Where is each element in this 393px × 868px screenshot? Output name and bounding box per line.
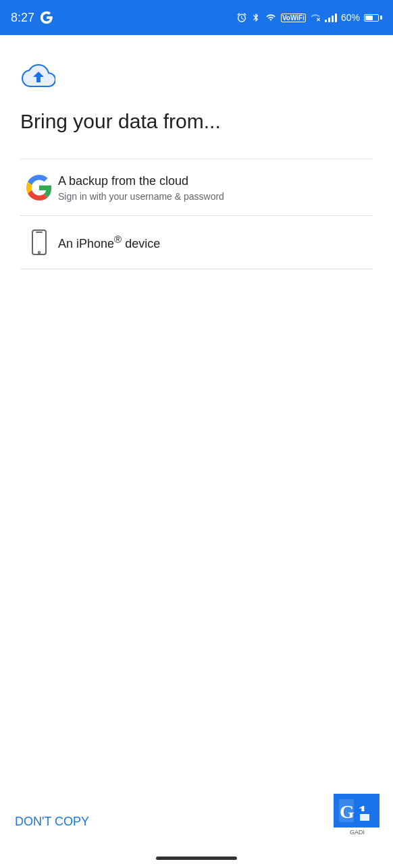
battery-icon — [364, 14, 382, 22]
svg-text:✕: ✕ — [316, 17, 321, 22]
svg-point-3 — [38, 252, 41, 254]
cloud-upload-icon — [20, 62, 55, 89]
iphone-device-text: An iPhone® device — [58, 232, 373, 252]
signal-icon: ✕ — [310, 13, 321, 22]
wifi-icon — [265, 13, 277, 22]
iphone-icon — [29, 229, 49, 255]
vowifi-badge: VoWiFi — [281, 13, 306, 22]
watermark-logo: G 1 — [336, 796, 377, 825]
google-g-icon-container — [20, 175, 58, 200]
status-bar-right: VoWiFi ✕ 60% — [236, 12, 382, 23]
signal-bars — [325, 13, 337, 22]
cloud-backup-title: A backup from the cloud — [58, 173, 373, 190]
page-title: Bring your data from... — [20, 108, 373, 134]
svg-rect-1 — [32, 230, 46, 254]
cloud-icon-container — [20, 62, 373, 92]
dont-copy-text: DON'T COPY — [15, 815, 89, 829]
google-g-icon — [26, 175, 52, 200]
status-time: 8:27 — [11, 11, 34, 25]
bluetooth-icon — [251, 12, 261, 23]
cloud-backup-item[interactable]: A backup from the cloud Sign in with you… — [20, 159, 373, 215]
signal-bar-4 — [335, 13, 337, 22]
cloud-backup-subtitle: Sign in with your username & password — [58, 191, 373, 202]
signal-bar-3 — [332, 16, 334, 22]
signal-bar-1 — [325, 20, 327, 22]
signal-bar-2 — [328, 18, 330, 22]
alarm-icon — [236, 12, 247, 23]
svg-text:G: G — [340, 801, 355, 822]
bottom-divider — [20, 269, 373, 269]
home-indicator — [156, 857, 237, 860]
iphone-device-title: An iPhone® device — [58, 232, 373, 252]
svg-rect-9 — [360, 814, 369, 821]
watermark-box: G 1 — [334, 794, 379, 828]
iphone-device-item[interactable]: An iPhone® device — [20, 216, 373, 269]
iphone-icon-container — [20, 229, 58, 255]
battery-percent: 60% — [341, 12, 360, 23]
watermark-label: GADI — [334, 829, 381, 836]
watermark: G 1 GADI — [334, 794, 381, 831]
status-bar-left: 8:27 — [11, 11, 53, 25]
google-icon — [40, 11, 53, 24]
main-content: Bring your data from... A backup from th… — [0, 35, 393, 269]
status-bar: 8:27 VoWiFi ✕ 60% — [0, 0, 393, 35]
cloud-backup-text: A backup from the cloud Sign in with you… — [58, 173, 373, 202]
